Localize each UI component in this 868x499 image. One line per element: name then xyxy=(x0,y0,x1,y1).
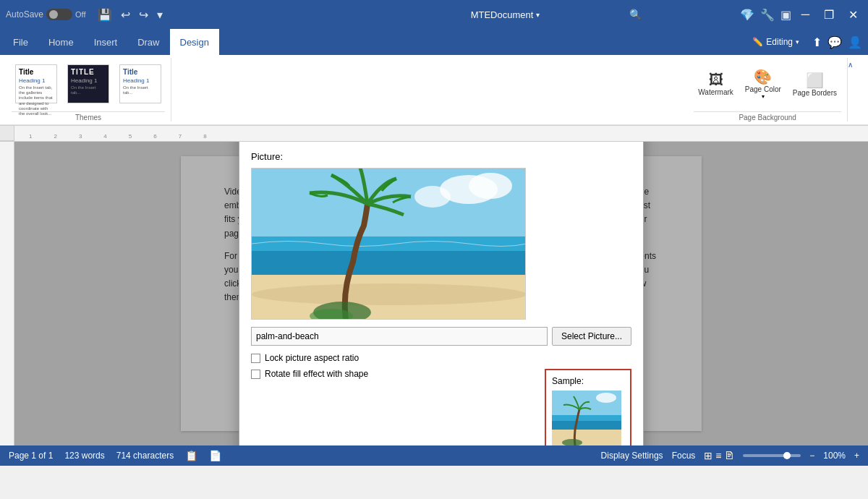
title-bar-left: AutoSave Off 💾 ↩ ↪ ▾ xyxy=(6,8,373,22)
page-color-icon: 🎨 xyxy=(754,68,772,85)
page-borders-button[interactable]: ⬜ Page Borders xyxy=(788,69,841,100)
tab-design[interactable]: Design xyxy=(170,29,219,55)
save-icon[interactable]: 💾 xyxy=(98,8,112,22)
theme-heading-2: Heading 1 xyxy=(71,77,106,84)
watermark-button[interactable]: 🖼 Watermark xyxy=(694,69,738,99)
theme-title-2: TITLE xyxy=(71,68,106,76)
sample-beach-image xyxy=(552,391,621,445)
word-count: 123 words xyxy=(64,451,104,461)
theme-title-1: Title xyxy=(19,68,54,76)
main-content: Video provides a powerful way to help yo… xyxy=(0,142,868,445)
ribbon-collapse-button[interactable]: ∧ xyxy=(848,61,853,69)
share-icon[interactable]: ⬆ xyxy=(812,35,822,49)
theme-preview-1: Title Heading 1 On the Insert tab, the g… xyxy=(15,64,57,103)
tab-home[interactable]: Home xyxy=(38,29,84,55)
close-button[interactable]: ✕ xyxy=(844,5,862,25)
theme-heading-3: Heading 1 xyxy=(123,77,158,84)
fill-effects-dialog: Fill Effects ? ✕ Gradient Texture Patter… xyxy=(239,142,644,445)
theme-text-3: On the Insert tab... xyxy=(123,85,158,95)
page-color-chevron: ▾ xyxy=(762,93,765,100)
person-icon[interactable]: 👤 xyxy=(848,35,862,49)
page-bg-group-label: Page Background xyxy=(694,111,841,121)
focus-mode[interactable]: Focus xyxy=(672,451,696,461)
restore-button[interactable]: ❐ xyxy=(820,5,838,25)
themes-items: Title Heading 1 On the Insert tab, the g… xyxy=(12,58,165,110)
lock-aspect-row: Lock picture aspect ratio xyxy=(251,353,631,363)
document-area: Video provides a powerful way to help yo… xyxy=(14,142,868,445)
char-count: 714 characters xyxy=(116,451,174,461)
theme-item-1[interactable]: Title Heading 1 On the Insert tab, the g… xyxy=(12,61,61,107)
picture-filename: palm-and-beach xyxy=(251,327,548,346)
grid-icon[interactable]: ▣ xyxy=(780,8,791,22)
dialog-body: Picture: xyxy=(239,142,643,445)
page-bg-items: 🖼 Watermark 🎨 Page Color ▾ ⬜ Page Border… xyxy=(694,58,841,110)
page-layout-icon[interactable]: 📄 xyxy=(209,450,221,461)
beach-image xyxy=(252,168,525,320)
dialog-bottom-row: Rotate fill effect with shape Sample: xyxy=(251,369,631,445)
doc-title-arrow: ▾ xyxy=(536,11,540,19)
comments-icon[interactable]: 💬 xyxy=(827,35,842,49)
title-bar: AutoSave Off 💾 ↩ ↪ ▾ MTEDocument ▾ 🔍 💎 🔧… xyxy=(0,0,868,29)
sample-label: Sample: xyxy=(552,376,624,386)
spellcheck-icon[interactable]: 📋 xyxy=(185,450,197,461)
display-settings[interactable]: Display Settings xyxy=(601,451,663,461)
svg-point-2 xyxy=(469,173,512,199)
zoom-slider[interactable] xyxy=(743,454,801,457)
bottom-left: Rotate fill effect with shape xyxy=(251,369,545,385)
watermark-icon: 🖼 xyxy=(709,72,723,88)
ribbon-group-page-bg: 🖼 Watermark 🎨 Page Color ▾ ⬜ Page Border… xyxy=(688,58,848,121)
watermark-label: Watermark xyxy=(698,88,733,96)
page-info: Page 1 of 1 xyxy=(9,451,53,461)
svg-point-7 xyxy=(252,283,525,305)
zoom-level: 100% xyxy=(823,451,846,461)
autosave-control[interactable]: AutoSave Off xyxy=(6,9,86,20)
ribbon: File Home Insert Draw Design ✏️ Editing … xyxy=(0,29,868,126)
lock-aspect-checkbox[interactable] xyxy=(251,354,260,363)
lock-aspect-label: Lock picture aspect ratio xyxy=(265,353,359,363)
themes-group-label: Themes xyxy=(12,111,165,121)
diamond-icon[interactable]: 💎 xyxy=(740,8,754,22)
status-bar: Page 1 of 1 123 words 714 characters 📋 📄… xyxy=(0,445,868,466)
editing-label: Editing xyxy=(766,37,793,47)
svg-point-11 xyxy=(596,393,616,403)
title-bar-icons: 💾 ↩ ↪ ▾ xyxy=(98,8,163,22)
themes-gallery: Title Heading 1 On the Insert tab, the g… xyxy=(12,58,165,110)
theme-title-3: Title xyxy=(123,68,158,76)
page-color-label: Page Color xyxy=(745,85,781,93)
search-icon[interactable]: 🔍 xyxy=(629,9,642,20)
editing-chevron: ▾ xyxy=(796,38,799,46)
ruler-corner xyxy=(0,126,14,141)
page-borders-label: Page Borders xyxy=(793,89,837,97)
autosave-state: Off xyxy=(75,10,85,19)
select-picture-button[interactable]: Select Picture... xyxy=(552,327,631,346)
autosave-knob xyxy=(49,10,58,19)
tab-insert[interactable]: Insert xyxy=(84,29,128,55)
customize-icon[interactable]: ▾ xyxy=(157,8,163,22)
ribbon-tabs: File Home Insert Draw Design ✏️ Editing … xyxy=(0,29,868,55)
zoom-in-button[interactable]: + xyxy=(854,451,859,461)
editing-button[interactable]: ✏️ Editing ▾ xyxy=(745,34,807,50)
theme-item-2[interactable]: TITLE Heading 1 On the Insert tab... xyxy=(64,61,113,107)
tab-draw[interactable]: Draw xyxy=(127,29,169,55)
sample-image xyxy=(552,391,621,445)
zoom-thumb xyxy=(783,452,791,459)
status-right: Display Settings Focus ⊞ ≡ 🖹 − 100% + xyxy=(601,450,859,461)
doc-title-text: MTEDocument xyxy=(471,9,534,20)
theme-preview-3: Title Heading 1 On the Insert tab... xyxy=(119,64,161,103)
ribbon-group-themes: Title Heading 1 On the Insert tab, the g… xyxy=(6,58,171,121)
autosave-toggle[interactable] xyxy=(46,9,72,20)
zoom-out-button[interactable]: − xyxy=(809,451,814,461)
undo-icon[interactable]: ↩ xyxy=(121,8,130,22)
redo-icon[interactable]: ↪ xyxy=(139,8,148,22)
ruler-row: 1 2 3 4 5 6 7 8 xyxy=(0,126,868,142)
theme-item-3[interactable]: Title Heading 1 On the Insert tab... xyxy=(116,61,165,107)
page-color-button[interactable]: 🎨 Page Color ▾ xyxy=(741,65,786,103)
tab-file[interactable]: File xyxy=(3,29,38,55)
filename-row: palm-and-beach Select Picture... xyxy=(251,327,631,346)
ruler-marks: 1 2 3 4 5 6 7 8 xyxy=(14,126,868,141)
minimize-button[interactable]: ─ xyxy=(797,5,814,24)
rotate-checkbox[interactable] xyxy=(251,370,260,379)
tools-icon[interactable]: 🔧 xyxy=(760,8,775,22)
theme-heading-1: Heading 1 xyxy=(19,77,54,84)
view-icons[interactable]: ⊞ ≡ 🖹 xyxy=(704,450,734,461)
